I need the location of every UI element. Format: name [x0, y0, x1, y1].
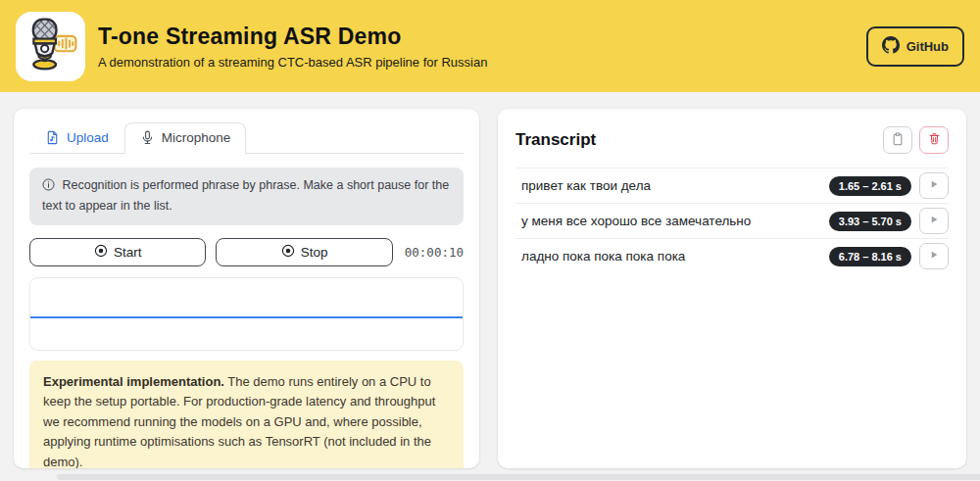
time-badge: 3.93 – 5.70 s: [829, 212, 911, 231]
transcript-rows: привет как твои дела 1.65 – 2.61 s у мен…: [515, 168, 949, 273]
start-button-label: Start: [114, 245, 142, 260]
microphone-logo-icon: [23, 16, 79, 76]
stop-button[interactable]: Stop: [216, 238, 392, 266]
main-content: Upload Microphone: [0, 92, 980, 468]
transcript-text: у меня все хорошо все замечательно: [521, 214, 829, 228]
copy-transcript-button[interactable]: [883, 126, 912, 154]
waveform-display: [29, 277, 464, 351]
time-badge: 1.65 – 2.61 s: [829, 176, 911, 196]
play-icon: [928, 178, 940, 193]
github-button-label: GitHub: [906, 39, 949, 54]
microphone-icon: [140, 130, 155, 145]
page-subtitle: A demonstration of a streaming CTC-based…: [98, 55, 487, 70]
info-icon: [42, 180, 58, 194]
start-button[interactable]: Start: [29, 238, 206, 266]
transcript-row: у меня все хорошо все замечательно 3.93 …: [515, 203, 949, 238]
time-badge: 6.78 – 8.16 s: [829, 247, 911, 266]
app-header: T-one Streaming ASR Demo A demonstration…: [0, 0, 980, 92]
transcript-row: ладно пока пока пока пока 6.78 – 8.16 s: [515, 238, 949, 273]
tab-bar: Upload Microphone: [29, 122, 464, 154]
clipboard-icon: [891, 132, 905, 149]
app-logo: [16, 12, 85, 81]
transcript-actions: [883, 126, 949, 154]
file-music-icon: [45, 130, 60, 145]
recording-timer: 00:00:10: [403, 245, 464, 260]
transcript-text: ладно пока пока пока пока: [521, 249, 829, 264]
record-icon: [94, 244, 108, 261]
transcript-text: привет как твои дела: [521, 178, 829, 193]
stop-button-label: Stop: [301, 245, 328, 260]
transcript-header: Transcript: [515, 126, 949, 154]
tab-microphone-label: Microphone: [162, 130, 231, 145]
play-segment-button[interactable]: [919, 208, 949, 234]
info-alert: Recognition is performed phrase by phras…: [29, 168, 464, 225]
brand-text: T-one Streaming ASR Demo A demonstration…: [98, 24, 487, 70]
experimental-note: Experimental implementation. The demo ru…: [29, 361, 464, 468]
github-icon: [882, 36, 900, 57]
horizontal-scrollbar[interactable]: [0, 473, 980, 481]
transcript-title: Transcript: [515, 130, 596, 150]
play-segment-button[interactable]: [919, 172, 949, 199]
transcript-panel: Transcript: [498, 109, 966, 468]
brand: T-one Streaming ASR Demo A demonstration…: [16, 12, 487, 81]
tab-upload[interactable]: Upload: [29, 122, 124, 154]
record-controls: Start Stop 00:00:10: [29, 238, 464, 266]
tab-upload-label: Upload: [67, 130, 109, 145]
page-title: T-one Streaming ASR Demo: [98, 24, 487, 50]
clear-transcript-button[interactable]: [919, 126, 949, 154]
github-button[interactable]: GitHub: [866, 26, 964, 67]
info-alert-text: Recognition is performed phrase by phras…: [42, 178, 449, 213]
trash-icon: [928, 132, 941, 148]
play-icon: [928, 214, 940, 228]
waveform-line: [30, 316, 463, 318]
transcript-row: привет как твои дела 1.65 – 2.61 s: [515, 168, 949, 203]
record-icon: [281, 244, 295, 261]
play-segment-button[interactable]: [919, 243, 949, 269]
play-icon: [928, 249, 940, 264]
tab-microphone[interactable]: Microphone: [124, 122, 247, 154]
recorder-panel: Upload Microphone: [14, 109, 479, 468]
scrollbar-thumb[interactable]: [57, 474, 980, 480]
experimental-note-title: Experimental implementation.: [43, 374, 224, 389]
